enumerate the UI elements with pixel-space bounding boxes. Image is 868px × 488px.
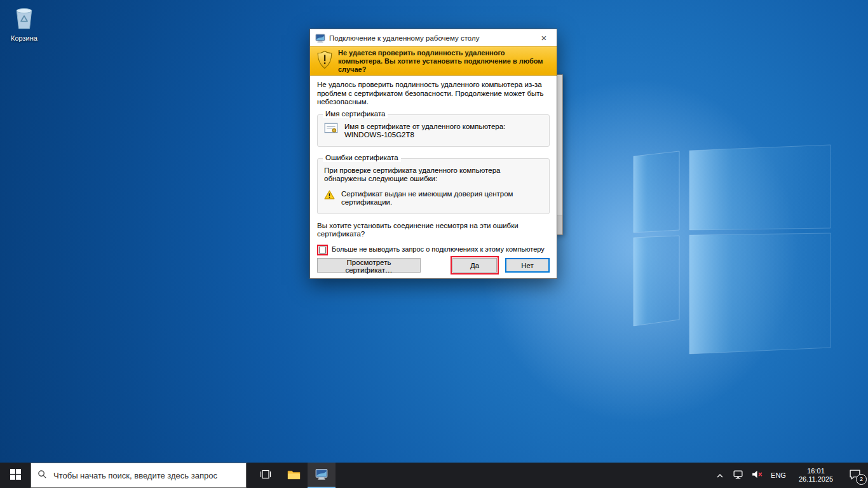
clock-time: 16:01 [807,467,825,475]
certificate-name-group-title: Имя сертификата [323,110,388,119]
view-certificate-button[interactable]: Просмотреть сертификат… [317,258,421,273]
recycle-bin-icon [13,22,36,32]
clock-date: 26.11.2025 [799,475,833,484]
dialog-body-text: Не удалось проверить подлинность удаленн… [317,81,550,107]
dont-ask-again-row: Больше не выводить запрос о подключениях… [317,245,550,255]
notification-center-button[interactable]: 2 [841,463,868,488]
language-label: ENG [771,471,786,479]
warning-triangle-icon [324,190,335,202]
folder-icon [287,469,301,482]
file-explorer-button[interactable] [280,463,308,488]
annotation-checkbox-highlight [317,245,328,255]
warning-banner-text: Не удается проверить подлинность удаленн… [338,49,550,74]
close-icon: × [541,32,547,43]
certificate-name-value: WINDOWS-105G2T8 [344,131,505,140]
certificate-errors-intro: При проверке сертификата удаленного комп… [324,166,543,184]
shield-warning-icon [316,50,333,72]
certificate-name-label: Имя в сертификате от удаленного компьюте… [344,123,505,132]
connection-question-text: Вы хотите установить соединение несмотря… [317,222,550,239]
no-button[interactable]: Нет [505,258,550,273]
recycle-bin-label: Корзина [5,34,43,42]
taskbar: ENG 16:01 26.11.2025 2 [0,463,868,488]
warning-banner: Не удается проверить подлинность удаленн… [310,46,557,76]
volume-muted-icon [751,470,763,482]
dont-ask-again-checkbox[interactable] [319,247,326,254]
certificate-error-text: Сертификат выдан не имеющим доверия цент… [341,190,519,207]
certificate-errors-group-title: Ошибки сертификата [323,154,401,163]
network-button[interactable] [728,463,747,488]
dialog-title: Подключение к удаленному рабочему столу [329,34,531,42]
tray-chevron-up-button[interactable] [712,463,728,488]
rdp-taskbar-button[interactable] [308,463,336,488]
rdp-certificate-warning-dialog: Подключение к удаленному рабочему столу … [309,29,557,279]
system-tray: ENG 16:01 26.11.2025 2 [712,463,868,488]
notification-count-badge: 2 [856,474,867,485]
taskbar-search[interactable] [31,463,247,488]
dialog-titlebar[interactable]: Подключение к удаленному рабочему столу … [310,29,557,46]
start-button[interactable] [0,463,31,488]
chevron-up-icon [716,470,724,481]
close-button[interactable]: × [531,29,557,46]
volume-button[interactable] [747,463,766,488]
task-view-icon [260,470,271,482]
recycle-bin[interactable]: Корзина [5,5,43,42]
dialog-button-row: Просмотреть сертификат… Да Нет [317,258,550,273]
windows-logo-icon [10,469,21,482]
search-input[interactable] [52,470,240,481]
dialog-content: Не удалось проверить подлинность удаленн… [310,76,557,278]
remote-desktop-icon [315,33,325,43]
search-icon [37,470,47,482]
task-view-button[interactable] [252,463,280,488]
ethernet-icon [733,469,743,482]
dont-ask-again-label[interactable]: Больше не выводить запрос о подключениях… [332,245,545,254]
certificate-icon [324,123,338,137]
certificate-name-group: Имя сертификата Имя в сертификате от уда… [317,114,550,147]
certificate-errors-group: Ошибки сертификата При проверке сертифик… [317,158,550,214]
taskbar-clock[interactable]: 16:01 26.11.2025 [790,463,841,488]
remote-desktop-icon [315,468,328,483]
yes-button[interactable]: Да [452,258,497,273]
language-indicator[interactable]: ENG [766,463,790,488]
